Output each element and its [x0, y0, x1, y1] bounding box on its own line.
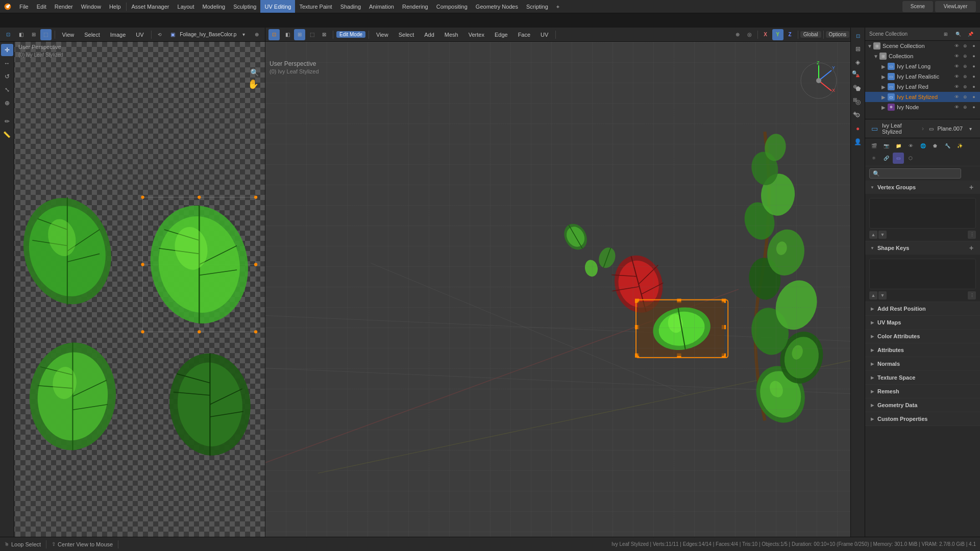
in-render-icon[interactable]: ●: [970, 103, 978, 111]
col-restrict-icon[interactable]: ⊕: [961, 52, 969, 60]
vp-menu-uv[interactable]: UV: [536, 28, 552, 41]
vp-menu-select[interactable]: Select: [395, 28, 419, 41]
is-restrict-icon[interactable]: ⊕: [961, 93, 969, 101]
prop-icon-view[interactable]: 👁: [905, 140, 916, 152]
vh-icon-3[interactable]: ⬚: [306, 29, 317, 40]
menu-animation[interactable]: Animation: [365, 0, 398, 13]
vp-rt-icon-2[interactable]: ⊕: [849, 81, 861, 92]
outliner-ivy-leaf-stylized[interactable]: ▶ ▭ Ivy Leaf Stylized 👁 ⊕ ●: [865, 92, 980, 102]
menu-asset-manager[interactable]: Asset Manager: [128, 0, 174, 13]
prop-icon-modifier[interactable]: 🔧: [942, 140, 953, 152]
vh-icon-2[interactable]: ⊞: [294, 29, 305, 40]
prop-icon-object[interactable]: ⬟: [929, 140, 941, 152]
mesh-props-extra-btn[interactable]: ▾: [965, 123, 976, 134]
uv-tool-transform[interactable]: ⊕: [1, 97, 13, 109]
uv-icon-2[interactable]: ⊞: [28, 29, 39, 40]
viewport-mode-icon[interactable]: ⊡: [268, 29, 280, 40]
col-eye-icon[interactable]: 👁: [952, 52, 961, 60]
normals-header[interactable]: ▶ Normals: [865, 357, 980, 370]
vp-menu-mesh[interactable]: Mesh: [440, 28, 462, 41]
menu-add-workspace[interactable]: +: [552, 0, 564, 13]
sk-options-btn[interactable]: ⋮: [968, 291, 976, 299]
menu-render[interactable]: Render: [51, 0, 77, 13]
prop-icon-constraints[interactable]: 🔗: [880, 153, 892, 164]
il-restrict-icon[interactable]: ⊕: [961, 62, 969, 70]
ire-eye-icon[interactable]: 👁: [952, 83, 961, 91]
vp-z-axis[interactable]: Z: [785, 29, 796, 40]
uv-texture-dropdown[interactable]: ▾: [238, 29, 249, 40]
uv-tool-scale[interactable]: ⤡: [1, 84, 13, 96]
outliner-scene-collection[interactable]: ▼ ⊞ Scene Collection 👁 ⊕ ●: [865, 41, 980, 51]
props-search-input[interactable]: [869, 168, 961, 179]
ir-render-icon[interactable]: ●: [970, 72, 978, 81]
viewport-gizmo[interactable]: Y X Z: [798, 60, 839, 101]
uv-tool-cursor[interactable]: ✛: [1, 44, 13, 56]
uv-tool-measure[interactable]: 📏: [1, 129, 13, 141]
vg-options-btn[interactable]: ⋮: [968, 231, 976, 239]
attributes-header[interactable]: ▶ Attributes: [865, 343, 980, 357]
sc-eye-icon[interactable]: 👁: [952, 42, 961, 50]
vp-menu-add[interactable]: Add: [420, 28, 438, 41]
ire-render-icon[interactable]: ●: [970, 83, 978, 91]
shape-keys-add-btn[interactable]: +: [967, 243, 976, 253]
menu-modeling[interactable]: Modeling: [199, 0, 230, 13]
remesh-header[interactable]: ▶ Remesh: [865, 385, 980, 398]
geometry-data-header[interactable]: ▶ Geometry Data: [865, 398, 980, 412]
sk-btn-2[interactable]: ▼: [878, 291, 887, 299]
rt-tool-1[interactable]: ⊡: [852, 30, 864, 42]
vp-options[interactable]: Options: [826, 31, 849, 38]
in-eye-icon[interactable]: 👁: [952, 103, 961, 111]
prop-icon-particles[interactable]: ✨: [954, 140, 965, 152]
menu-shading[interactable]: Shading: [336, 0, 365, 13]
uv-maps-header[interactable]: ▶ UV Maps: [865, 316, 980, 329]
rt-tool-2[interactable]: ⊞: [852, 43, 864, 55]
viewport-3d-canvas[interactable]: User Perspective (0) Ivy Leaf Stylized: [265, 42, 865, 537]
in-restrict-icon[interactable]: ⊕: [961, 103, 969, 111]
is-eye-icon[interactable]: 👁: [952, 93, 961, 101]
menu-compositing[interactable]: Compositing: [432, 0, 472, 13]
menu-help[interactable]: Help: [105, 0, 125, 13]
color-attributes-header[interactable]: ▶ Color Attributes: [865, 330, 980, 343]
scene-selector[interactable]: Scene: [902, 1, 933, 12]
menu-scripting[interactable]: Scripting: [522, 0, 552, 13]
uv-canvas-area[interactable]: User Perspective (0) Ivy Leaf Stylized ✋…: [0, 42, 265, 537]
vp-global-pivot[interactable]: Global: [800, 31, 821, 38]
prop-icon-output[interactable]: 📁: [893, 140, 904, 152]
vp-menu-vertex[interactable]: Vertex: [464, 28, 488, 41]
outliner-ivy-leaf-red[interactable]: ▶ ▭ Ivy Leaf Red 👁 ⊕ ●: [865, 82, 980, 92]
menu-layout[interactable]: Layout: [174, 0, 199, 13]
vertex-groups-add-btn[interactable]: +: [967, 183, 976, 192]
blender-logo[interactable]: [2, 1, 13, 12]
vp-rt-icon-4[interactable]: ◈: [849, 107, 861, 118]
view-layer-selector[interactable]: ViewLayer: [935, 1, 976, 12]
ir-restrict-icon[interactable]: ⊕: [961, 72, 969, 81]
mesh-icon[interactable]: ▭: [869, 123, 880, 134]
uv-tool-move[interactable]: ↔: [1, 57, 13, 69]
col-render-icon[interactable]: ●: [970, 52, 978, 60]
mesh-props-dropdown[interactable]: ▾: [965, 123, 976, 134]
menu-uv-editing[interactable]: UV Editing: [260, 0, 295, 13]
outliner-ivy-node[interactable]: ▶ ⊕ Ivy Node 👁 ⊕ ●: [865, 102, 980, 112]
rt-tool-3[interactable]: ◈: [852, 56, 864, 68]
viewport-edit-mode[interactable]: Edit Mode: [336, 31, 365, 38]
vp-menu-edge[interactable]: Edge: [491, 28, 512, 41]
vp-menu-view[interactable]: View: [372, 28, 393, 41]
shape-keys-header[interactable]: ▼ Shape Keys +: [865, 241, 980, 255]
outliner-pin[interactable]: 📌: [965, 29, 976, 40]
sc-render-icon[interactable]: ●: [970, 42, 978, 50]
menu-sculpting[interactable]: Sculpting: [229, 0, 260, 13]
uv-menu-view[interactable]: View: [58, 28, 79, 41]
rt-tool-9[interactable]: 👤: [852, 136, 864, 148]
uv-tool-annotate[interactable]: ✏: [1, 115, 13, 128]
vertex-groups-header[interactable]: ▼ Vertex Groups +: [865, 181, 980, 194]
menu-texture-paint[interactable]: Texture Paint: [295, 0, 336, 13]
uv-icon-1[interactable]: ◧: [16, 29, 27, 40]
is-render-icon[interactable]: ●: [970, 93, 978, 101]
vp-rt-icon-3[interactable]: ⊞: [849, 94, 861, 105]
vp-x-axis[interactable]: X: [760, 29, 771, 40]
prop-icon-material[interactable]: ⬡: [905, 153, 916, 164]
outliner-ivy-leaf-realistic[interactable]: ▶ ▭ Ivy Leaf Realistic 👁 ⊕ ●: [865, 71, 980, 82]
uv-icon-3[interactable]: ⬚: [40, 29, 52, 40]
uv-sync-icon[interactable]: ⟲: [155, 29, 165, 40]
uv-tool-rotate[interactable]: ↺: [1, 70, 13, 83]
